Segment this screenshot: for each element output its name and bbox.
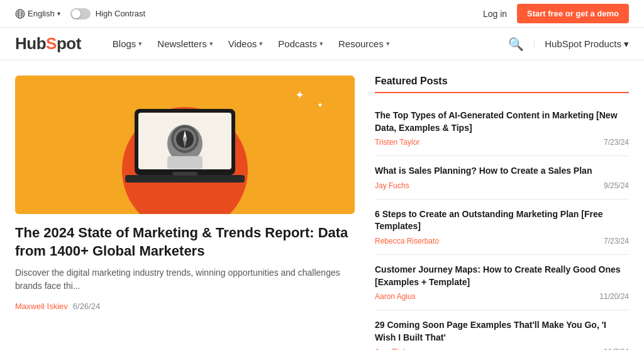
nav-links: Blogs ▾ Newsletters ▾ Videos ▾ Podcasts …: [106, 35, 488, 53]
svg-rect-8: [172, 172, 197, 176]
hubspot-products-menu[interactable]: HubSpot Products ▾: [534, 38, 629, 50]
nav-podcasts-label: Podcasts: [278, 38, 317, 49]
post-date-1: 7/23/24: [604, 138, 629, 147]
svg-point-16: [183, 137, 187, 141]
hero-graphic: [122, 96, 248, 193]
nav-blogs-label: Blogs: [113, 38, 136, 49]
start-cta-button[interactable]: Start free or get a demo: [517, 4, 629, 23]
post-meta-4: Aaron Agius 11/20/24: [375, 292, 629, 301]
post-title-3[interactable]: 6 Steps to Create an Outstanding Marketi…: [375, 208, 629, 233]
language-label: English: [28, 9, 55, 18]
nav-right: 🔍 HubSpot Products ▾: [508, 37, 629, 52]
post-author-3[interactable]: Rebecca Riserbato: [375, 237, 439, 246]
post-author-2[interactable]: Jay Fuchs: [375, 181, 409, 190]
post-author-1[interactable]: Tristen Taylor: [375, 138, 419, 147]
nav-newsletters-label: Newsletters: [157, 38, 206, 49]
list-item: Customer Journey Maps: How to Create Rea…: [375, 255, 629, 310]
main-nav: HubSpot Blogs ▾ Newsletters ▾ Videos ▾ P…: [0, 28, 644, 60]
hero-post: ✦ ✦: [15, 76, 355, 350]
language-chevron-icon: ▾: [57, 10, 60, 17]
featured-posts: Featured Posts The Top Types of AI-Gener…: [375, 76, 629, 350]
post-date-2: 9/25/24: [604, 181, 629, 190]
toggle-thumb: [72, 9, 80, 18]
nav-item-resources[interactable]: Resources ▾: [332, 35, 396, 53]
nav-videos-label: Videos: [228, 38, 257, 49]
post-meta-2: Jay Fuchs 9/25/24: [375, 181, 629, 190]
post-author-5[interactable]: Amy Rigby: [375, 347, 411, 350]
post-date-5: 11/7/24: [604, 347, 629, 350]
hero-title[interactable]: The 2024 State of Marketing & Trends Rep…: [15, 224, 355, 260]
post-title-1[interactable]: The Top Types of AI-Generated Content in…: [375, 110, 629, 134]
nav-item-videos[interactable]: Videos ▾: [222, 35, 270, 53]
hero-description: Discover the digital marketing industry …: [15, 266, 355, 293]
top-bar-left: English ▾ High Contrast: [15, 8, 145, 20]
videos-chevron-icon: ▾: [259, 40, 263, 48]
globe-icon: [15, 9, 25, 19]
language-selector[interactable]: English ▾: [15, 9, 60, 19]
list-item: 6 Steps to Create an Outstanding Marketi…: [375, 200, 629, 255]
post-date-4: 11/20/24: [599, 292, 629, 301]
svg-rect-7: [125, 175, 245, 183]
toggle-track[interactable]: [70, 8, 91, 20]
list-item: What is Sales Planning? How to Create a …: [375, 156, 629, 200]
logo-dot: S: [46, 34, 57, 53]
post-meta-5: Amy Rigby 11/7/24: [375, 347, 629, 350]
hubspot-products-label: HubSpot Products: [545, 38, 621, 49]
search-icon: 🔍: [508, 37, 524, 51]
hero-date: 6/26/24: [73, 302, 100, 311]
newsletters-chevron-icon: ▾: [209, 40, 213, 48]
top-bar-right: Log in Start free or get a demo: [483, 4, 629, 23]
logo-text: HubSpot: [15, 34, 81, 54]
products-chevron-icon: ▾: [624, 38, 629, 50]
post-title-4[interactable]: Customer Journey Maps: How to Create Rea…: [375, 264, 629, 288]
featured-posts-title: Featured Posts: [375, 76, 629, 93]
sparkle-icon-1: ✦: [295, 88, 304, 102]
nav-item-newsletters[interactable]: Newsletters ▾: [151, 35, 219, 53]
post-author-4[interactable]: Aaron Agius: [375, 292, 416, 301]
hero-image[interactable]: ✦ ✦: [15, 76, 355, 214]
list-item: The Top Types of AI-Generated Content in…: [375, 101, 629, 156]
nav-item-podcasts[interactable]: Podcasts ▾: [272, 35, 330, 53]
main-content: ✦ ✦: [0, 60, 644, 350]
logo[interactable]: HubSpot: [15, 34, 81, 54]
post-meta-3: Rebecca Riserbato 7/23/24: [375, 237, 629, 246]
post-meta-1: Tristen Taylor 7/23/24: [375, 138, 629, 147]
high-contrast-label: High Contrast: [96, 9, 145, 18]
blogs-chevron-icon: ▾: [138, 40, 142, 48]
top-bar: English ▾ High Contrast Log in Start fre…: [0, 0, 644, 28]
svg-rect-10: [167, 156, 203, 169]
podcasts-chevron-icon: ▾: [319, 40, 323, 48]
search-button[interactable]: 🔍: [508, 37, 524, 52]
post-date-3: 7/23/24: [604, 237, 629, 246]
resources-chevron-icon: ▾: [386, 40, 390, 48]
nav-resources-label: Resources: [338, 38, 384, 49]
sparkle-icon-2: ✦: [317, 101, 323, 110]
high-contrast-toggle[interactable]: High Contrast: [70, 8, 145, 20]
nav-item-blogs[interactable]: Blogs ▾: [106, 35, 149, 53]
post-title-5[interactable]: 29 Coming Soon Page Examples That'll Mak…: [375, 319, 629, 344]
hero-meta: Maxwell Iskiev 6/26/24: [15, 302, 355, 311]
hero-author[interactable]: Maxwell Iskiev: [15, 302, 68, 311]
list-item: 29 Coming Soon Page Examples That'll Mak…: [375, 310, 629, 350]
login-button[interactable]: Log in: [483, 9, 507, 19]
post-title-2[interactable]: What is Sales Planning? How to Create a …: [375, 165, 629, 178]
laptop-illustration: [122, 96, 248, 191]
